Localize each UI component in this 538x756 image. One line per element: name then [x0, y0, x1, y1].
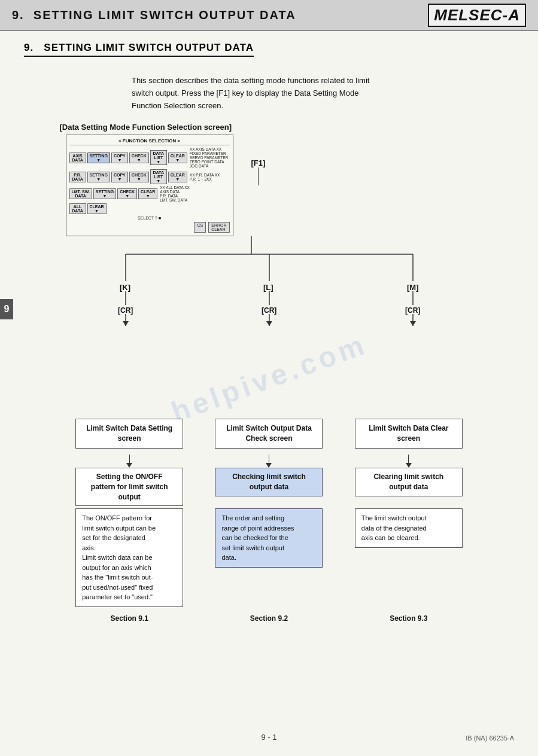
fs-desc-2: XX P.R. DATA XXP.R. 1 ~ 2XX: [190, 173, 220, 181]
detail-header-clear: Clearing limit switchoutput data: [355, 468, 463, 496]
fs-btn-check3[interactable]: CHECK▼: [117, 188, 137, 199]
fs-btn-setting1[interactable]: SETTING▼: [87, 153, 110, 163]
fs-btn-setting3[interactable]: SETTING▼: [93, 188, 116, 199]
section-heading: 9. SETTING LIMIT SWITCH OUTPUT DATA: [24, 42, 254, 57]
fs-btn-lmtswdata[interactable]: LMT. SW.DATA: [69, 188, 92, 199]
svg-text:[K]: [K]: [120, 283, 130, 292]
fs-btn-clear3[interactable]: CLEAR▼: [138, 188, 157, 199]
connector-line-1: [129, 455, 130, 463]
page-footer: 9 - 1: [0, 733, 538, 742]
screen-label: [Data Setting Mode Function Selection sc…: [60, 123, 479, 132]
flow-box-setting: Limit Switch Data Settingscreen: [75, 419, 183, 449]
section-tab: 9: [0, 299, 13, 319]
fs-desc-1: XX AXIS DATA XXFIXED PARAMETERSERVO PARA…: [190, 147, 228, 168]
page-footer-right: IB (NA) 66235-A: [466, 734, 514, 742]
flow-box-check: Limit Switch Output DataCheck screen: [215, 419, 323, 449]
fs-row-2: P.R.DATA SETTING▼ COPY▼ CHECK▼ DATALIST▼…: [69, 169, 230, 184]
detail-body-setting: The ON/OFF pattern forlimit switch outpu…: [75, 508, 183, 607]
svg-text:[M]: [M]: [407, 283, 419, 292]
fs-btn-copy1[interactable]: COPY▼: [111, 153, 128, 163]
fs-btn-setting2[interactable]: SETTING▼: [87, 172, 110, 182]
fs-desc-3: XX ALL DATA XXAXIS DATAP.R. DATALMT. SW.…: [160, 185, 190, 202]
fs-btn-errorclear[interactable]: ERRORCLEAR: [208, 222, 229, 233]
fs-btn-copy2[interactable]: COPY▼: [111, 172, 128, 182]
svg-marker-18: [266, 321, 272, 326]
fs-select: SELECT ? ■: [69, 216, 230, 220]
f1-label: [F1]: [251, 158, 266, 167]
header-title: 9. SETTING LIMIT SWITCH OUTPUT DATA: [12, 8, 296, 22]
fs-row-3: LMT. SW.DATA SETTING▼ CHECK▼ CLEAR▼ XX A…: [69, 185, 230, 202]
svg-text:[CR]: [CR]: [118, 306, 133, 315]
fs-row-1: AXISDATA SETTING▼ COPY▼ CHECK▼ DATALIST▼…: [69, 147, 230, 168]
f1-vline: [258, 167, 259, 185]
fs-row-4: ALLDATA CLEAR▼: [69, 203, 230, 214]
section-ref-2: Section 9.2: [212, 614, 326, 623]
svg-text:[CR]: [CR]: [405, 306, 420, 315]
fs-btn-clear1[interactable]: CLEAR▼: [168, 153, 187, 163]
header-logo: MELSEC-A: [428, 4, 526, 27]
intro-text: This section describes the data setting …: [132, 75, 514, 112]
detail-body-check: The order and settingrange of point addr…: [215, 508, 323, 568]
detail-header-setting: Setting the ON/OFFpattern for limit swit…: [75, 468, 183, 506]
svg-marker-17: [123, 321, 129, 326]
connector-line-3: [408, 455, 409, 463]
fs-btn-clear4[interactable]: CLEAR▼: [87, 203, 107, 214]
detail-body-clear: The limit switch outputdata of the desig…: [355, 508, 463, 548]
arrow-2: [266, 463, 272, 468]
arrow-3: [406, 463, 412, 468]
section-ref-3: Section 9.3: [352, 614, 466, 623]
connector-line-2: [269, 455, 269, 463]
fs-btn-clear2[interactable]: CLEAR▼: [168, 172, 187, 182]
fs-btn-alldata[interactable]: ALLDATA: [69, 203, 86, 214]
fs-btn-prdata[interactable]: P.R.DATA: [69, 172, 86, 182]
fs-btn-axisdata[interactable]: AXISDATA: [69, 153, 86, 163]
header-bar: 9. SETTING LIMIT SWITCH OUTPUT DATA MELS…: [0, 0, 538, 31]
svg-text:[CR]: [CR]: [262, 306, 276, 315]
page: helpive.com 9 9. SETTING LIMIT SWITCH OU…: [0, 0, 538, 756]
fs-btn-check1[interactable]: CHECK▼: [129, 153, 149, 163]
detail-header-check: Checking limit switchoutput data: [215, 468, 323, 496]
fs-btn-check2[interactable]: CHECK▼: [129, 172, 149, 182]
arrow-1: [126, 463, 132, 468]
fs-bottom: CS ERRORCLEAR: [69, 222, 230, 233]
section-ref-1: Section 9.1: [72, 614, 186, 623]
function-selection-box: < FUNCTION SELECTION > AXISDATA SETTING▼…: [66, 135, 233, 236]
flow-box-clear: Limit Switch Data Clearscreen: [355, 419, 463, 449]
fs-title: < FUNCTION SELECTION >: [69, 138, 230, 145]
svg-marker-19: [410, 321, 416, 326]
fs-btn-datalist1[interactable]: DATALIST▼: [150, 150, 167, 165]
svg-text:[L]: [L]: [263, 283, 273, 292]
fs-btn-datalist2[interactable]: DATALIST▼: [150, 169, 167, 184]
fs-btn-cs[interactable]: CS: [194, 222, 206, 233]
content: 9. SETTING LIMIT SWITCH OUTPUT DATA This…: [0, 31, 538, 639]
